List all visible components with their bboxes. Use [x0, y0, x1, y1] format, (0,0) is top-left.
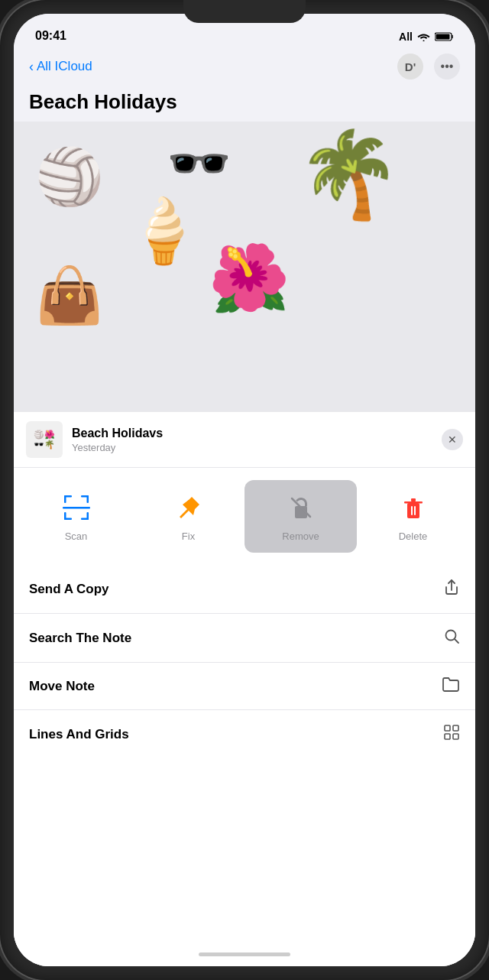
avatar[interactable]: D'	[397, 54, 423, 80]
svg-rect-21	[445, 734, 450, 739]
lock-slash-icon	[284, 491, 318, 524]
move-note-item[interactable]: Move Note	[14, 663, 475, 710]
sticker-sunglasses: 🕶️	[167, 133, 232, 194]
note-title: Beach Holidays	[14, 86, 475, 122]
avatar-letter: D'	[405, 60, 416, 73]
svg-rect-10	[63, 507, 90, 509]
search-note-item[interactable]: Search The Note	[14, 614, 475, 663]
svg-rect-19	[445, 725, 450, 731]
note-preview-info: Beach Holidavs Yesterday	[72, 427, 442, 453]
back-button[interactable]: ‹ All ICloud	[29, 59, 92, 75]
note-preview-date: Yesterday	[72, 442, 442, 453]
home-indicator	[14, 942, 475, 966]
svg-rect-1	[436, 34, 450, 40]
sticker-flower: 🌺	[209, 240, 290, 316]
pin-icon	[172, 491, 206, 524]
svg-rect-13	[407, 503, 419, 518]
svg-rect-7	[64, 512, 66, 520]
fix-button[interactable]: Fix	[132, 480, 244, 553]
actions-row: Scan Fix	[14, 468, 475, 559]
scan-button[interactable]: Scan	[20, 480, 132, 553]
note-thumbnail: 🏐🌺🕶️🌴	[26, 421, 63, 458]
sticker-palm: 🌴	[296, 125, 401, 224]
fix-label: Fix	[182, 531, 195, 542]
lines-grids-item[interactable]: Lines And Grids	[14, 710, 475, 758]
svg-rect-16	[411, 506, 413, 515]
scan-label: Scan	[65, 531, 88, 542]
svg-rect-22	[453, 734, 458, 739]
send-copy-label: Send A Copy	[29, 582, 109, 597]
menu-list: Send A Copy Search The Note	[14, 565, 475, 942]
scan-icon	[60, 491, 93, 524]
bottom-sheet: 🏐🌺🕶️🌴 Beach Holidavs Yesterday ✕	[14, 412, 475, 966]
send-copy-item[interactable]: Send A Copy	[14, 565, 475, 614]
remove-button[interactable]: Remove	[244, 480, 357, 553]
notch	[183, 0, 306, 23]
svg-rect-20	[453, 725, 458, 731]
svg-rect-3	[64, 495, 66, 503]
nav-bar: ‹ All ICloud D' •••	[14, 47, 475, 86]
svg-rect-17	[414, 506, 416, 515]
svg-rect-9	[86, 512, 89, 520]
status-time: 09:41	[35, 29, 66, 43]
back-label: All ICloud	[37, 59, 92, 74]
note-preview-title: Beach Holidavs	[72, 427, 442, 440]
nav-actions: D' •••	[397, 54, 460, 80]
delete-label: Delete	[399, 531, 428, 542]
wifi-icon	[417, 32, 430, 41]
status-icons: All	[399, 31, 454, 43]
svg-rect-14	[404, 501, 423, 504]
folder-icon	[442, 677, 460, 696]
phone-frame: 09:41 All ‹ All ICloud	[0, 0, 489, 980]
battery-icon	[435, 32, 454, 41]
search-note-label: Search The Note	[29, 631, 131, 646]
more-button[interactable]: •••	[434, 54, 460, 80]
delete-button[interactable]: Delete	[357, 480, 469, 553]
note-preview-card: 🏐🌺🕶️🌴 Beach Holidavs Yesterday ✕	[14, 412, 475, 468]
sticker-bag: 👜	[35, 263, 104, 328]
canvas-area: 🏐 🕶️ 🌴 🍦 👜 🌺	[14, 122, 475, 412]
home-bar	[199, 952, 290, 956]
chevron-left-icon: ‹	[29, 59, 34, 75]
svg-rect-5	[86, 495, 89, 503]
carrier-label: All	[399, 31, 413, 43]
sticker-ball: 🏐	[35, 144, 104, 209]
svg-rect-15	[411, 498, 416, 501]
lines-grids-label: Lines And Grids	[29, 727, 129, 742]
grid-icon	[443, 724, 460, 745]
trash-icon	[397, 491, 430, 524]
more-icon: •••	[441, 60, 454, 73]
phone-screen: 09:41 All ‹ All ICloud	[14, 14, 475, 966]
move-note-label: Move Note	[29, 679, 95, 694]
share-icon	[443, 579, 460, 599]
sticker-ice-cream: 🍦	[125, 194, 202, 268]
search-icon	[443, 628, 460, 648]
remove-label: Remove	[282, 531, 319, 542]
close-button[interactable]: ✕	[442, 429, 463, 450]
